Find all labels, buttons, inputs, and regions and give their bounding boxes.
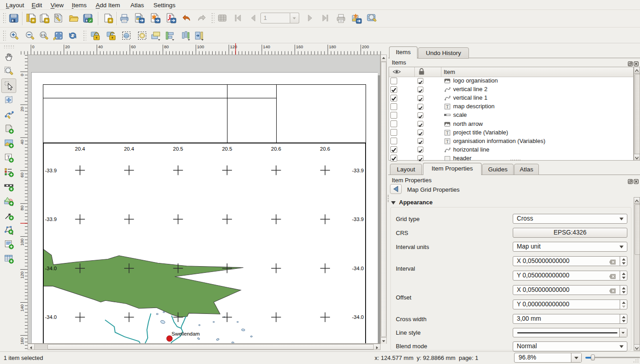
svg-text:-33.9: -33.9 bbox=[45, 217, 57, 222]
svg-text:-33.9: -33.9 bbox=[352, 168, 364, 173]
svg-text:20.5: 20.5 bbox=[222, 146, 232, 152]
svg-text:20: 20 bbox=[20, 107, 24, 112]
svg-text:100: 100 bbox=[20, 239, 24, 246]
svg-text:-34.0: -34.0 bbox=[352, 266, 364, 271]
svg-text:60: 60 bbox=[20, 173, 24, 178]
svg-text:20.6: 20.6 bbox=[320, 146, 330, 152]
svg-text:180: 180 bbox=[329, 44, 336, 49]
svg-text:1:1: 1:1 bbox=[41, 33, 46, 37]
svg-text:0: 0 bbox=[20, 74, 24, 76]
svg-text:140: 140 bbox=[20, 304, 24, 312]
svg-text:-33.9: -33.9 bbox=[45, 168, 57, 173]
svg-text:60: 60 bbox=[131, 44, 136, 49]
svg-text:80: 80 bbox=[20, 206, 24, 211]
svg-text:-34.0: -34.0 bbox=[45, 314, 57, 320]
svg-text:-33.9: -33.9 bbox=[352, 217, 364, 222]
svg-text:160: 160 bbox=[296, 44, 303, 49]
svg-text:80: 80 bbox=[164, 44, 169, 49]
svg-text:-34.0: -34.0 bbox=[45, 266, 57, 271]
svg-text:0: 0 bbox=[32, 44, 34, 49]
svg-text:T: T bbox=[446, 139, 449, 143]
svg-text:20.4: 20.4 bbox=[75, 146, 85, 152]
svg-text:40: 40 bbox=[98, 44, 103, 49]
svg-text:120: 120 bbox=[20, 272, 24, 279]
svg-text:20.6: 20.6 bbox=[271, 146, 281, 152]
svg-text:Swellendam: Swellendam bbox=[172, 331, 200, 336]
svg-text:20.4: 20.4 bbox=[124, 146, 134, 152]
svg-text:100: 100 bbox=[197, 44, 204, 49]
svg-text:20.5: 20.5 bbox=[173, 146, 183, 152]
svg-text:-34.0: -34.0 bbox=[352, 314, 364, 320]
svg-text:160: 160 bbox=[20, 337, 24, 345]
svg-text:40: 40 bbox=[20, 140, 24, 145]
svg-text:20: 20 bbox=[65, 44, 70, 49]
svg-text:T: T bbox=[446, 105, 449, 109]
svg-text:200: 200 bbox=[362, 44, 369, 49]
svg-text:T: T bbox=[446, 130, 449, 135]
svg-text:120: 120 bbox=[230, 44, 237, 49]
svg-text:140: 140 bbox=[263, 44, 270, 49]
